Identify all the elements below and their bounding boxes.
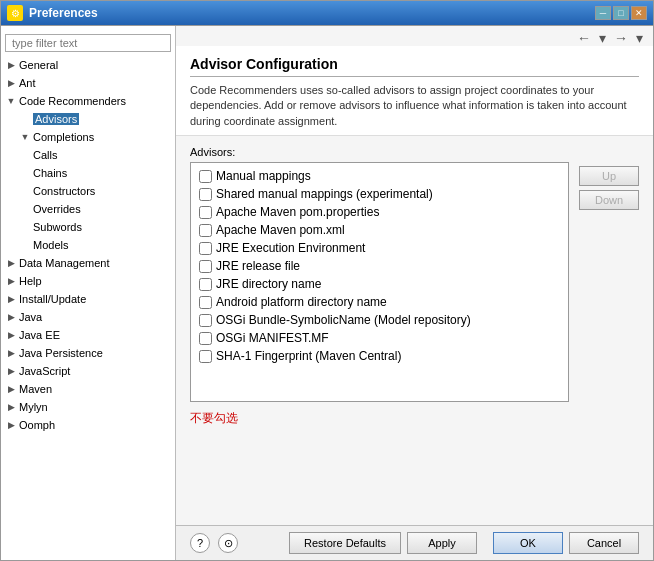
settings-icon[interactable]: ⊙: [218, 533, 238, 553]
sidebar-label: Java Persistence: [19, 347, 103, 359]
sidebar-label: Mylyn: [19, 401, 48, 413]
window-icon: ⚙: [7, 5, 23, 21]
sidebar-label: Help: [19, 275, 42, 287]
main-panel: ← ▾ → ▾ Advisor Configuration Code Recom…: [176, 26, 653, 560]
sidebar-item-install-update[interactable]: Install/Update: [1, 290, 175, 308]
cancel-button[interactable]: Cancel: [569, 532, 639, 554]
sidebar-item-javascript[interactable]: JavaScript: [1, 362, 175, 380]
sidebar-label: Constructors: [33, 185, 95, 197]
expand-icon: [5, 294, 17, 304]
up-button[interactable]: Up: [579, 166, 639, 186]
sidebar-label: Calls: [33, 149, 57, 161]
checkbox-jre-release[interactable]: [199, 260, 212, 273]
checkbox-label: Android platform directory name: [216, 295, 387, 309]
sidebar-label: Ant: [19, 77, 36, 89]
sidebar-label: Advisors: [33, 113, 79, 125]
section-description: Code Recommenders uses so-called advisor…: [190, 83, 639, 129]
expand-icon: [5, 384, 17, 394]
filter-input[interactable]: [5, 34, 171, 52]
ok-cancel-group: OK Cancel: [493, 532, 639, 554]
section-title: Advisor Configuration: [190, 56, 639, 77]
sidebar-item-help[interactable]: Help: [1, 272, 175, 290]
sidebar-item-constructors[interactable]: Constructors: [1, 182, 175, 200]
sidebar-item-code-recommenders[interactable]: Code Recommenders: [1, 92, 175, 110]
forward-dropdown-button[interactable]: ▾: [634, 30, 645, 46]
sidebar-item-oomph[interactable]: Oomph: [1, 416, 175, 434]
checkbox-osgi-bundle[interactable]: [199, 314, 212, 327]
checkbox-label: Apache Maven pom.xml: [216, 223, 345, 237]
sidebar-label: JavaScript: [19, 365, 70, 377]
sidebar-item-completions[interactable]: Completions: [1, 128, 175, 146]
sidebar-label: Java: [19, 311, 42, 323]
checkbox-label: Manual mappings: [216, 169, 311, 183]
bottom-icons: ? ⊙: [190, 533, 238, 553]
sidebar-item-java-persistence[interactable]: Java Persistence: [1, 344, 175, 362]
sidebar-item-java-ee[interactable]: Java EE: [1, 326, 175, 344]
sidebar-label: Code Recommenders: [19, 95, 126, 107]
window-controls: ─ □ ✕: [595, 6, 647, 20]
checkbox-jre-execution[interactable]: [199, 242, 212, 255]
checkbox-label: Shared manual mappings (experimental): [216, 187, 433, 201]
sidebar-label: Subwords: [33, 221, 82, 233]
checkbox-item-jre-release: JRE release file: [195, 257, 564, 275]
minimize-button[interactable]: ─: [595, 6, 611, 20]
sidebar-item-general[interactable]: General: [1, 56, 175, 74]
advisors-container: Manual mappings Shared manual mappings (…: [190, 162, 639, 402]
checkbox-manual-mappings[interactable]: [199, 170, 212, 183]
sidebar-item-advisors[interactable]: Advisors: [1, 110, 175, 128]
checkbox-apache-pom-props[interactable]: [199, 206, 212, 219]
checkbox-sha1[interactable]: [199, 350, 212, 363]
expand-icon: [5, 402, 17, 412]
title-bar: ⚙ Preferences ─ □ ✕: [1, 1, 653, 25]
sidebar-item-ant[interactable]: Ant: [1, 74, 175, 92]
checkbox-android-platform[interactable]: [199, 296, 212, 309]
sidebar-label: Oomph: [19, 419, 55, 431]
sidebar-item-overrides[interactable]: Overrides: [1, 200, 175, 218]
forward-button[interactable]: →: [612, 30, 630, 46]
sidebar-item-chains[interactable]: Chains: [1, 164, 175, 182]
side-buttons: Up Down: [579, 162, 639, 402]
checkbox-jre-directory[interactable]: [199, 278, 212, 291]
expand-icon: [5, 420, 17, 430]
sidebar-item-maven[interactable]: Maven: [1, 380, 175, 398]
expand-icon: [5, 258, 17, 268]
sidebar-label: General: [19, 59, 58, 71]
maximize-button[interactable]: □: [613, 6, 629, 20]
title-bar-left: ⚙ Preferences: [7, 5, 98, 21]
down-button[interactable]: Down: [579, 190, 639, 210]
content-area: General Ant Code Recommenders Advisors: [1, 25, 653, 560]
sidebar-label: Maven: [19, 383, 52, 395]
expand-icon: [5, 96, 17, 106]
checkbox-label: OSGi Bundle-SymbolicName (Model reposito…: [216, 313, 471, 327]
main-header: Advisor Configuration Code Recommenders …: [176, 46, 653, 136]
checkbox-osgi-manifest[interactable]: [199, 332, 212, 345]
checkbox-item-apache-pom-props: Apache Maven pom.properties: [195, 203, 564, 221]
sidebar-item-calls[interactable]: Calls: [1, 146, 175, 164]
sidebar-item-data-management[interactable]: Data Management: [1, 254, 175, 272]
back-button[interactable]: ←: [575, 30, 593, 46]
sidebar: General Ant Code Recommenders Advisors: [1, 26, 176, 560]
restore-defaults-button[interactable]: Restore Defaults: [289, 532, 401, 554]
ok-button[interactable]: OK: [493, 532, 563, 554]
checkbox-label: Apache Maven pom.properties: [216, 205, 379, 219]
header-nav: ← ▾ → ▾: [176, 26, 653, 46]
sidebar-item-subwords[interactable]: Subwords: [1, 218, 175, 236]
checkbox-item-jre-execution: JRE Execution Environment: [195, 239, 564, 257]
sidebar-item-mylyn[interactable]: Mylyn: [1, 398, 175, 416]
checkbox-item-jre-directory: JRE directory name: [195, 275, 564, 293]
sidebar-label: Data Management: [19, 257, 110, 269]
bottom-bar: ? ⊙ Restore Defaults Apply OK Cancel: [176, 525, 653, 560]
checkbox-shared-manual[interactable]: [199, 188, 212, 201]
help-icon[interactable]: ?: [190, 533, 210, 553]
sidebar-label: Completions: [33, 131, 94, 143]
bottom-actions: Restore Defaults Apply OK Cancel: [289, 532, 639, 554]
close-button[interactable]: ✕: [631, 6, 647, 20]
checkbox-apache-pom-xml[interactable]: [199, 224, 212, 237]
sidebar-item-java[interactable]: Java: [1, 308, 175, 326]
apply-button[interactable]: Apply: [407, 532, 477, 554]
checkbox-item-osgi-bundle: OSGi Bundle-SymbolicName (Model reposito…: [195, 311, 564, 329]
sidebar-item-models[interactable]: Models: [1, 236, 175, 254]
sidebar-label: Overrides: [33, 203, 81, 215]
sidebar-label: Install/Update: [19, 293, 86, 305]
back-dropdown-button[interactable]: ▾: [597, 30, 608, 46]
